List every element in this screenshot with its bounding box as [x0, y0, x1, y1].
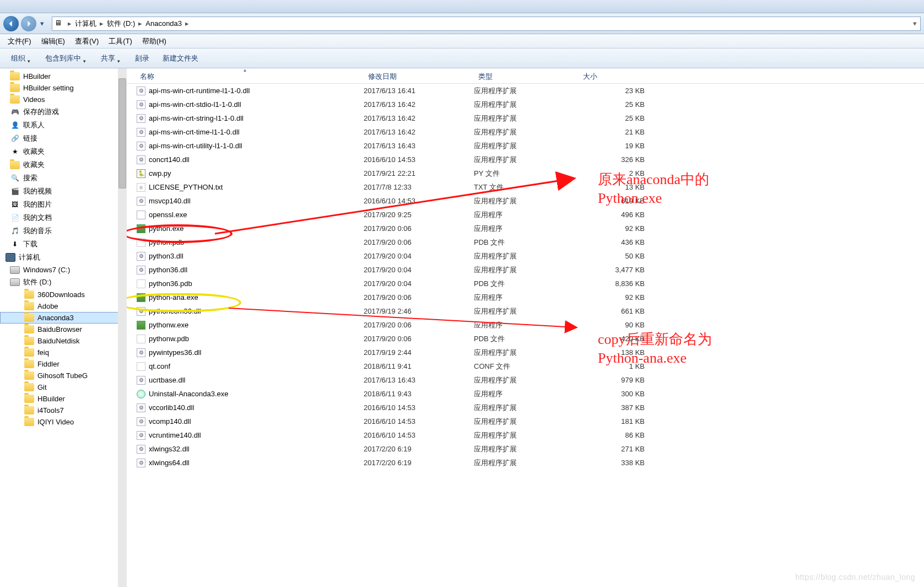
dropdown-icon[interactable]: ▾ — [910, 19, 920, 28]
tree-item[interactable]: 📄我的文档 — [0, 211, 126, 224]
chevron-right-icon[interactable]: ▸ — [67, 19, 73, 28]
tree-item[interactable]: 🎮保存的游戏 — [0, 105, 126, 119]
file-type: 应用程序扩展 — [474, 86, 579, 96]
tree-item[interactable]: HBuilder — [0, 393, 126, 405]
breadcrumb-part[interactable]: 计算机 — [73, 19, 99, 29]
tree-item[interactable]: 🎵我的音乐 — [0, 224, 126, 238]
file-row[interactable]: pythoncom36.dll2017/9/19 2:46应用程序扩展661 K… — [127, 304, 924, 318]
address-bar[interactable]: 🖥 ▸ 计算机 ▸ 软件 (D:) ▸ Anaconda3 ▸ ▾ — [52, 17, 921, 31]
file-row[interactable]: pywintypes36.dll2017/9/19 2:44应用程序扩展138 … — [127, 346, 924, 359]
tree-item[interactable]: Adobe — [0, 300, 126, 312]
new-folder-button[interactable]: 新建文件夹 — [157, 51, 204, 66]
tree-item[interactable]: BaiduBrowser — [0, 324, 126, 335]
file-row[interactable]: api-ms-win-crt-runtime-l1-1-0.dll2017/6/… — [127, 84, 924, 98]
menu-view[interactable]: 查看(V) — [71, 35, 103, 48]
file-type: 应用程序 — [474, 224, 579, 234]
column-header-type[interactable]: 类型 — [474, 68, 579, 83]
file-row[interactable]: python36.dll2017/9/20 0:04应用程序扩展3,477 KB — [127, 263, 924, 277]
tree-item[interactable]: 🖼我的图片 — [0, 198, 126, 211]
file-type: 应用程序扩展 — [474, 306, 579, 316]
file-icon — [137, 155, 145, 164]
tree-item[interactable]: Git — [0, 381, 126, 393]
file-row[interactable]: qt.conf2018/6/11 9:41CONF 文件1 KB — [127, 359, 924, 373]
tree-item[interactable]: IQIYI Video — [0, 416, 126, 428]
tree-item[interactable]: i4Tools7 — [0, 405, 126, 416]
file-row[interactable]: ucrtbase.dll2017/6/13 16:43应用程序扩展979 KB — [127, 373, 924, 387]
file-name: python.pdb — [149, 238, 184, 246]
breadcrumb-part[interactable]: 软件 (D:) — [105, 19, 137, 29]
file-name: concrt140.dll — [149, 155, 190, 164]
file-row[interactable]: api-ms-win-crt-time-l1-1-0.dll2017/6/13 … — [127, 125, 924, 139]
file-date: 2016/6/10 14:53 — [364, 403, 474, 412]
file-row[interactable]: python36.pdb2017/9/20 0:04PDB 文件8,836 KB — [127, 277, 924, 290]
folder-icon — [10, 72, 20, 80]
tree-item[interactable]: Windows7 (C:) — [0, 264, 126, 276]
chevron-right-icon[interactable]: ▸ — [137, 19, 143, 28]
tree-item[interactable]: 计算机 — [0, 251, 126, 264]
tree-item[interactable]: Anaconda3 — [0, 312, 126, 324]
file-size: 90 KB — [579, 321, 650, 329]
file-type: 应用程序扩展 — [474, 114, 579, 123]
tree-item[interactable]: Videos — [0, 94, 126, 105]
file-row[interactable]: python3.dll2017/9/20 0:04应用程序扩展50 KB — [127, 249, 924, 263]
column-header-date[interactable]: 修改日期 — [364, 68, 474, 83]
menu-file[interactable]: 文件(F) — [3, 35, 36, 48]
file-row[interactable]: python.pdb2017/9/20 0:06PDB 文件436 KB — [127, 235, 924, 249]
back-button[interactable] — [3, 16, 19, 31]
tree-item-label: 我的音乐 — [23, 226, 52, 236]
tree-item[interactable]: BaiduNetdisk — [0, 335, 126, 347]
tree-item[interactable]: HBuilder setting — [0, 82, 126, 94]
file-row[interactable]: pythonw.exe2017/9/20 0:06应用程序90 KB — [127, 318, 924, 332]
file-type: 应用程序 — [474, 210, 579, 220]
organize-button[interactable]: 组织 — [6, 51, 37, 66]
file-row[interactable]: LICENSE_PYTHON.txt2017/7/8 12:33TXT 文件13… — [127, 180, 924, 194]
file-row[interactable]: openssl.exe2017/9/20 9:25应用程序496 KB — [127, 208, 924, 222]
include-library-button[interactable]: 包含到库中 — [40, 51, 93, 66]
file-row[interactable]: vcomp140.dll2016/6/10 14:53应用程序扩展181 KB — [127, 414, 924, 428]
tree-item[interactable]: 软件 (D:) — [0, 276, 126, 289]
tree-item[interactable]: 🔗链接 — [0, 132, 126, 145]
breadcrumb-part[interactable]: Anaconda3 — [143, 19, 184, 28]
file-size: 19 KB — [579, 142, 650, 150]
file-row[interactable]: api-ms-win-crt-string-l1-1-0.dll2017/6/1… — [127, 111, 924, 125]
file-row[interactable]: api-ms-win-crt-stdio-l1-1-0.dll2017/6/13… — [127, 98, 924, 111]
tree-item[interactable]: ⬇下载 — [0, 238, 126, 251]
tree-item[interactable]: ★收藏夹 — [0, 145, 126, 158]
file-date: 2017/9/20 0:06 — [364, 293, 474, 301]
sidebar-scrollbar[interactable] — [118, 68, 127, 587]
file-row[interactable]: msvcp140.dll2016/6/10 14:53应用程序扩展619 KB — [127, 194, 924, 208]
tree-item[interactable]: feiq — [0, 347, 126, 358]
chevron-right-icon[interactable]: ▸ — [99, 19, 105, 28]
menu-tools[interactable]: 工具(T) — [104, 35, 137, 48]
tree-item[interactable]: HBuilder — [0, 71, 126, 82]
tree-item[interactable]: 360Downloads — [0, 289, 126, 300]
file-row[interactable]: Uninstall-Anaconda3.exe2018/6/11 9:43应用程… — [127, 387, 924, 401]
file-row[interactable]: vcruntime140.dll2016/6/10 14:53应用程序扩展86 … — [127, 428, 924, 442]
menu-help[interactable]: 帮助(H) — [138, 35, 171, 48]
burn-button[interactable]: 刻录 — [129, 51, 155, 66]
file-row[interactable]: pythonw.pdb2017/9/20 0:06PDB 文件420 KB — [127, 332, 924, 346]
column-header-size[interactable]: 大小 — [579, 68, 650, 83]
file-row[interactable]: cwp.py2017/9/21 22:21PY 文件2 KB — [127, 166, 924, 180]
column-header-name[interactable]: 名称▲ — [127, 68, 364, 83]
file-row[interactable]: python-ana.exe2017/9/20 0:06应用程序92 KB — [127, 290, 924, 304]
file-row[interactable]: python.exe2017/9/20 0:06应用程序92 KB — [127, 222, 924, 235]
file-list-area: 名称▲ 修改日期 类型 大小 api-ms-win-crt-runtime-l1… — [127, 68, 924, 587]
tree-item[interactable]: 🔍搜索 — [0, 171, 126, 185]
tree-item[interactable]: 🎬我的视频 — [0, 185, 126, 198]
tree-item[interactable]: 收藏夹 — [0, 158, 126, 171]
file-date: 2017/9/19 2:44 — [364, 348, 474, 357]
file-row[interactable]: api-ms-win-crt-utility-l1-1-0.dll2017/6/… — [127, 139, 924, 153]
history-dropdown-icon[interactable]: ▾ — [39, 19, 45, 28]
file-row[interactable]: xlwings64.dll2017/2/20 6:19应用程序扩展338 KB — [127, 456, 924, 470]
menu-edit[interactable]: 编辑(E) — [37, 35, 69, 48]
file-row[interactable]: xlwings32.dll2017/2/20 6:19应用程序扩展271 KB — [127, 442, 924, 456]
share-button[interactable]: 共享 — [95, 51, 127, 66]
tree-item[interactable]: 👤联系人 — [0, 119, 126, 132]
file-row[interactable]: vccorlib140.dll2016/6/10 14:53应用程序扩展387 … — [127, 401, 924, 414]
tree-item[interactable]: Gihosoft TubeG — [0, 370, 126, 381]
tree-item[interactable]: Fiddler — [0, 358, 126, 370]
file-row[interactable]: concrt140.dll2016/6/10 14:53应用程序扩展326 KB — [127, 153, 924, 166]
chevron-right-icon[interactable]: ▸ — [184, 19, 190, 28]
forward-button[interactable] — [21, 16, 36, 31]
